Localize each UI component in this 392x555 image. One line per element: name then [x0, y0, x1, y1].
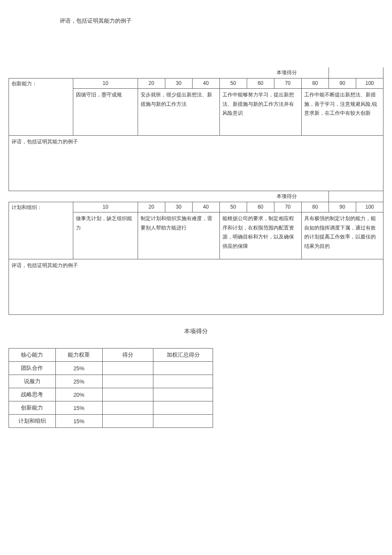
summary-header-ability: 核心能力 — [9, 349, 56, 362]
summary-weight: 25% — [55, 362, 102, 375]
rubric-table-innovation: 本项得分 创新能力： 10 20 30 40 50 60 70 80 90 10… — [9, 67, 383, 202]
table-row: 创新能力 15% — [9, 401, 213, 415]
score-100: 100 — [356, 202, 383, 212]
summary-weight: 25% — [55, 375, 102, 388]
empty-cell — [73, 67, 274, 78]
rubric-desc-2: 制定计划和组织实施有难度，需要别人帮助方能进行 — [138, 212, 219, 259]
rubric-table-planning: 计划和组织： 10 20 30 40 50 60 70 80 90 100 做事… — [9, 202, 383, 315]
summary-weighted-cell[interactable] — [153, 415, 213, 428]
summary-score-cell[interactable] — [102, 401, 153, 415]
score-60: 60 — [247, 78, 274, 89]
summary-weight: 15% — [55, 401, 102, 415]
summary-weight: 15% — [55, 415, 102, 428]
summary-score-cell[interactable] — [102, 388, 153, 401]
summary-score-cell[interactable] — [102, 362, 153, 375]
rubric-comment-area[interactable]: 评语，包括证明其能力的例子 — [9, 259, 383, 315]
score-70: 70 — [274, 78, 301, 89]
rubric-desc-4: 具有极强的制定计划的能力，能自如的指挥调度下属，通过有效的计划提高工作效率，以最… — [301, 212, 383, 259]
score-label: 本项得分 — [274, 67, 329, 78]
score-70: 70 — [274, 202, 301, 212]
empty-cell — [9, 191, 73, 202]
summary-weighted-cell[interactable] — [153, 401, 213, 415]
score-80: 80 — [301, 78, 329, 89]
score-40: 40 — [192, 78, 219, 89]
top-comment-label: 评语，包括证明其能力的例子 — [60, 17, 383, 25]
summary-weighted-cell[interactable] — [153, 362, 213, 375]
table-row: 团队合作 25% — [9, 362, 213, 375]
summary-header-score: 得分 — [102, 349, 153, 362]
summary-weighted-cell[interactable] — [153, 388, 213, 401]
rubric-desc-2: 安步就班，很少提出新想法、新措施与新的工作方法 — [138, 89, 219, 136]
table-row: 计划和组织 15% — [9, 415, 213, 428]
table-row: 战略思考 20% — [9, 388, 213, 401]
summary-ability: 创新能力 — [9, 401, 56, 415]
rubric-desc-4: 工作中能不断提出新想法、新措施，善于学习，注意规避风险,锐意求新，在工作中有较大… — [301, 89, 383, 136]
rubric-category-label: 计划和组织： — [9, 202, 73, 259]
score-30: 30 — [165, 78, 192, 89]
score-90: 90 — [329, 202, 356, 212]
score-30: 30 — [165, 202, 192, 212]
score-90: 90 — [329, 78, 356, 89]
score-10: 10 — [73, 78, 138, 89]
summary-weighted-cell[interactable] — [153, 375, 213, 388]
empty-cell — [329, 191, 383, 202]
table-row: 说服力 25% — [9, 375, 213, 388]
empty-cell — [329, 67, 383, 78]
summary-weight: 20% — [55, 388, 102, 401]
score-40: 40 — [192, 202, 219, 212]
rubric-comment-area[interactable]: 评语，包括证明其能力的例子 — [9, 136, 383, 191]
summary-header-weighted: 加权汇总得分 — [153, 349, 213, 362]
score-20: 20 — [138, 202, 165, 212]
score-50: 50 — [219, 202, 247, 212]
score-60: 60 — [247, 202, 274, 212]
summary-ability: 战略思考 — [9, 388, 56, 401]
summary-ability: 团队合作 — [9, 362, 56, 375]
summary-score-cell[interactable] — [102, 375, 153, 388]
rubric-category-label: 创新能力： — [9, 78, 73, 136]
rubric-desc-3: 能根据公司的要求，制定相应程序和计划，在权限范围内配置资源，明确目标和方针，以及… — [219, 212, 301, 259]
summary-ability: 说服力 — [9, 375, 56, 388]
score-80: 80 — [301, 202, 329, 212]
rubric-desc-3: 工作中能够努力学习，提出新想法、新措施与新的工作方法并有风险意识 — [219, 89, 301, 136]
summary-score-cell[interactable] — [102, 415, 153, 428]
score-label: 本项得分 — [274, 191, 329, 202]
score-10: 10 — [73, 202, 138, 212]
score-50: 50 — [219, 78, 247, 89]
summary-header-weight: 能力权重 — [55, 349, 102, 362]
summary-ability: 计划和组织 — [9, 415, 56, 428]
score-20: 20 — [138, 78, 165, 89]
rubric-desc-1: 因循守旧，墨守成规 — [73, 89, 138, 136]
empty-cell — [73, 191, 274, 202]
rubric-desc-1: 做事无计划，缺乏组织能力 — [73, 212, 138, 259]
empty-cell — [9, 67, 73, 78]
summary-table: 核心能力 能力权重 得分 加权汇总得分 团队合作 25% 说服力 25% 战略思… — [9, 348, 213, 428]
bottom-score-label: 本项得分 — [9, 328, 383, 335]
score-100: 100 — [356, 78, 383, 89]
